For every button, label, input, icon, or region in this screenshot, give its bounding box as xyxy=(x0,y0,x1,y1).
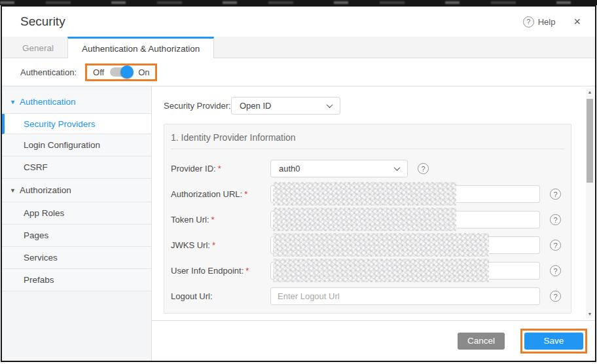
help-icon[interactable]: ? xyxy=(418,163,429,174)
tab-bar: General Authentication & Authorization xyxy=(2,37,595,58)
required-asterisk: * xyxy=(245,266,249,276)
collapse-icon: ▼ xyxy=(10,99,16,105)
dialog-header: Security ? Help × xyxy=(2,7,595,37)
form-row-jwks-url: JWKS Url:* ? xyxy=(171,236,564,254)
sidebar-item-csrf[interactable]: CSRF xyxy=(2,156,151,179)
field-label: Logout Url: xyxy=(171,291,213,301)
security-provider-row: Security Provider: Open ID xyxy=(164,97,571,115)
authentication-toggle-highlight: Off On xyxy=(85,64,157,81)
close-icon[interactable]: × xyxy=(573,16,581,27)
token-url-input[interactable] xyxy=(270,211,540,228)
required-asterisk: * xyxy=(218,164,221,173)
sidebar-section-authentication[interactable]: ▼ Authentication xyxy=(2,90,151,114)
chevron-down-icon xyxy=(327,101,333,108)
field-label: User Info Endpoint: xyxy=(171,266,244,276)
collapse-icon: ▼ xyxy=(10,187,16,194)
field-label: Authorization URL: xyxy=(171,189,242,199)
provider-id-select[interactable]: auth0 xyxy=(270,160,408,177)
help-icon[interactable]: ? xyxy=(550,291,561,302)
identity-provider-panel: 1. Identity Provider Information Provide… xyxy=(164,124,571,314)
sidebar-item-services[interactable]: Services xyxy=(2,247,151,269)
help-icon[interactable]: ? xyxy=(550,265,561,276)
cancel-button[interactable]: Cancel xyxy=(458,333,505,350)
help-label: Help xyxy=(538,17,556,27)
form-row-logout-url: Logout Url: ? xyxy=(171,287,564,305)
help-icon: ? xyxy=(523,16,534,27)
help-icon[interactable]: ? xyxy=(550,189,561,200)
form-row-authorization-url: Authorization URL:* ? xyxy=(171,185,564,203)
sidebar-item-login-configuration[interactable]: Login Configuration xyxy=(2,134,151,156)
page-title: Security xyxy=(20,14,65,29)
vertical-scrollbar[interactable]: ▲ ▼ xyxy=(586,88,594,318)
sidebar-item-prefabs[interactable]: Prefabs xyxy=(2,269,151,291)
tab-general[interactable]: General xyxy=(9,37,67,58)
help-icon[interactable]: ? xyxy=(550,240,561,251)
field-label: Provider ID: xyxy=(171,164,216,173)
tab-authentication-authorization[interactable]: Authentication & Authorization xyxy=(67,37,214,58)
panel-title: 1. Identity Provider Information xyxy=(164,124,571,149)
help-button[interactable]: ? Help xyxy=(523,16,556,27)
background-app-strip xyxy=(0,0,597,5)
authentication-label: Authentication: xyxy=(20,67,77,77)
scroll-area: Security Provider: Open ID 1. Identity P… xyxy=(152,86,595,320)
required-asterisk: * xyxy=(212,240,215,250)
field-label: Token Url: xyxy=(171,215,209,225)
save-button-highlight: Save xyxy=(520,329,587,354)
authentication-toggle-row: Authentication: Off On xyxy=(2,58,595,86)
dialog-body: ▼ Authentication Security Providers Logi… xyxy=(2,86,595,361)
help-icon[interactable]: ? xyxy=(550,214,561,225)
required-asterisk: * xyxy=(211,215,215,225)
toggle-off-label: Off xyxy=(93,67,104,77)
dialog-footer: Cancel Save xyxy=(152,320,595,361)
scrollbar-up-arrow[interactable]: ▲ xyxy=(586,88,594,96)
form-row-token-url: Token Url:* ? xyxy=(171,211,564,228)
form-row-provider-id: Provider ID:* auth0 ? xyxy=(171,160,564,177)
sidebar-item-pages[interactable]: Pages xyxy=(2,225,151,247)
required-asterisk: * xyxy=(244,189,247,199)
header-actions: ? Help × xyxy=(523,16,581,27)
chevron-down-icon xyxy=(394,164,401,171)
scrollbar-down-arrow[interactable]: ▼ xyxy=(586,310,594,318)
sidebar-section-authorization[interactable]: ▼ Authorization xyxy=(2,179,151,202)
toggle-on-label: On xyxy=(138,67,149,77)
sidebar-item-security-providers[interactable]: Security Providers xyxy=(2,114,151,134)
save-button[interactable]: Save xyxy=(524,333,583,350)
logout-url-input[interactable] xyxy=(270,287,540,305)
form-row-user-info-endpoint: User Info Endpoint:* ? xyxy=(171,262,564,280)
security-provider-select[interactable]: Open ID xyxy=(231,97,340,115)
switch-knob xyxy=(120,65,134,79)
form-rows: Provider ID:* auth0 ? Authorization URL:… xyxy=(164,149,571,313)
authentication-switch[interactable] xyxy=(110,67,132,77)
user-info-endpoint-input[interactable] xyxy=(270,262,540,280)
security-provider-label: Security Provider: xyxy=(164,101,231,111)
screen: Security ? Help × General Authentication… xyxy=(0,0,597,364)
sidebar: ▼ Authentication Security Providers Logi… xyxy=(2,86,152,361)
authorization-url-input[interactable] xyxy=(270,185,540,203)
field-label: JWKS Url: xyxy=(171,240,210,250)
security-dialog: Security ? Help × General Authentication… xyxy=(1,5,596,362)
scrollbar-thumb[interactable] xyxy=(587,99,593,183)
content-column: Security Provider: Open ID 1. Identity P… xyxy=(152,86,595,361)
sidebar-item-app-roles[interactable]: App Roles xyxy=(2,202,151,225)
jwks-url-input[interactable] xyxy=(270,236,540,254)
